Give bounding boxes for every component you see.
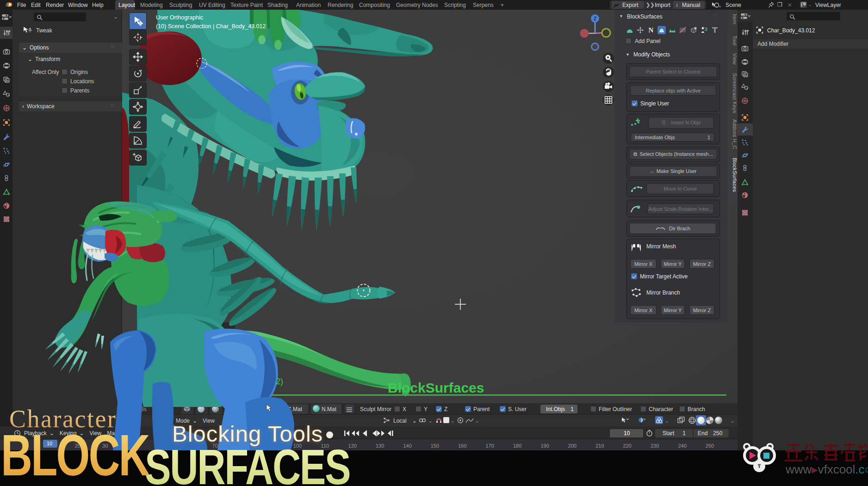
svg-text:Z: Z: [594, 16, 596, 21]
svg-text:BlockSurfaces: BlockSurfaces: [388, 380, 484, 395]
svg-text:2): 2): [276, 377, 283, 386]
svg-text:N: N: [649, 26, 654, 34]
